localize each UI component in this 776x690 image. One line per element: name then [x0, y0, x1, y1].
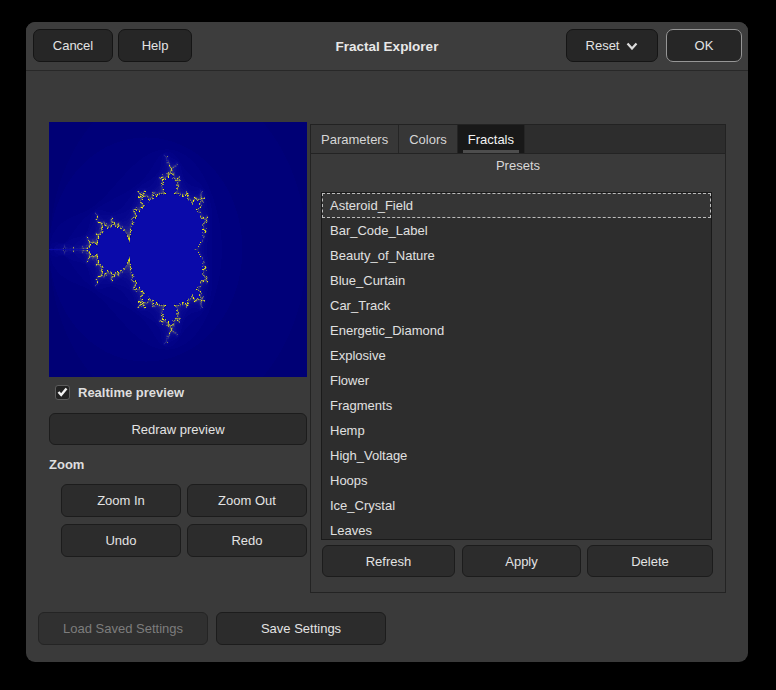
- preset-list-item[interactable]: Blue_Curtain: [322, 268, 711, 293]
- fractal-preview[interactable]: [49, 122, 307, 377]
- realtime-preview-checkbox[interactable]: [55, 385, 70, 400]
- check-icon: [57, 385, 68, 400]
- chevron-down-icon: [626, 42, 638, 50]
- preset-list-item[interactable]: Beauty_of_Nature: [322, 243, 711, 268]
- preset-list-item[interactable]: Energetic_Diamond: [322, 318, 711, 343]
- preset-list-item[interactable]: Car_Track: [322, 293, 711, 318]
- help-button[interactable]: Help: [118, 29, 192, 62]
- titlebar: Cancel Help Fractal Explorer Reset OK: [26, 22, 748, 71]
- screen: { "window": { "title": "Fractal Explorer…: [0, 0, 776, 690]
- tab-parameters[interactable]: Parameters: [311, 125, 399, 153]
- reset-button[interactable]: Reset: [566, 29, 658, 62]
- fractal-preview-canvas[interactable]: [49, 122, 307, 377]
- preset-list-item[interactable]: Hemp: [322, 418, 711, 443]
- notebook-tabbar: ParametersColorsFractals: [310, 124, 726, 153]
- preset-list-item[interactable]: Asteroid_Field: [322, 193, 711, 218]
- preset-list-item[interactable]: Fragments: [322, 393, 711, 418]
- preset-list-item[interactable]: High_Voltage: [322, 443, 711, 468]
- zoom-section-label: Zoom: [49, 457, 84, 472]
- preset-list-item[interactable]: Bar_Code_Label: [322, 218, 711, 243]
- preset-list-item[interactable]: Flower: [322, 368, 711, 393]
- tab-fractals[interactable]: Fractals: [458, 125, 525, 153]
- realtime-preview-row: Realtime preview: [55, 383, 184, 401]
- realtime-preview-label[interactable]: Realtime preview: [78, 385, 184, 400]
- preset-list-item[interactable]: Leaves: [322, 518, 711, 540]
- delete-button[interactable]: Delete: [587, 545, 713, 577]
- preset-list[interactable]: Asteroid_FieldBar_Code_LabelBeauty_of_Na…: [321, 192, 712, 540]
- preset-list-item[interactable]: Hoops: [322, 468, 711, 493]
- tab-colors[interactable]: Colors: [399, 125, 458, 153]
- cancel-button[interactable]: Cancel: [33, 29, 113, 62]
- preset-list-item[interactable]: Ice_Crystal: [322, 493, 711, 518]
- zoom-out-button[interactable]: Zoom Out: [187, 484, 307, 517]
- presets-heading: Presets: [310, 158, 726, 173]
- fractal-explorer-dialog: Cancel Help Fractal Explorer Reset OK Re…: [26, 22, 748, 662]
- reset-button-label: Reset: [586, 38, 620, 53]
- undo-button[interactable]: Undo: [61, 524, 181, 557]
- preset-list-item[interactable]: Explosive: [322, 343, 711, 368]
- save-settings-button[interactable]: Save Settings: [216, 612, 386, 645]
- load-saved-settings-button: Load Saved Settings: [38, 612, 208, 645]
- zoom-in-button[interactable]: Zoom In: [61, 484, 181, 517]
- ok-button[interactable]: OK: [666, 29, 742, 62]
- redo-button[interactable]: Redo: [187, 524, 307, 557]
- redraw-preview-button[interactable]: Redraw preview: [49, 413, 307, 445]
- apply-button[interactable]: Apply: [462, 545, 581, 577]
- refresh-button[interactable]: Refresh: [322, 545, 455, 577]
